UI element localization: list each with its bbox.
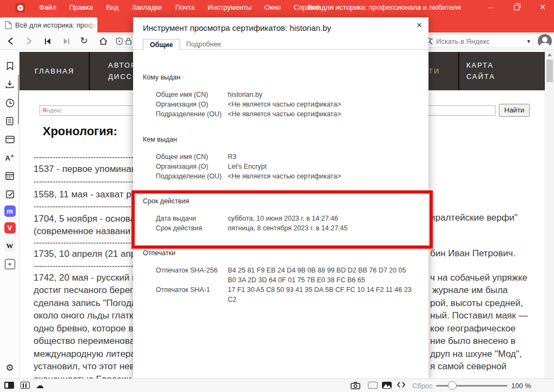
fragment-line: иралтейские верфи" (430, 212, 543, 223)
minimize-button[interactable]: – (482, 0, 500, 15)
home-button[interactable] (97, 36, 109, 46)
paragraph-line: около оного льды глатк (34, 310, 133, 321)
tab-details[interactable]: Подробнее (180, 39, 228, 50)
status-bar: ☁ Сброс 100 % (0, 378, 554, 392)
cert-label: Отпечаток SHA-1 (156, 285, 228, 304)
nav-link-sitemap[interactable]: КАРТАСАЙТА (466, 59, 495, 82)
shield-icon[interactable] (116, 37, 123, 45)
scroll-up-arrow[interactable] (548, 53, 552, 56)
panel-toggle-icon[interactable] (4, 382, 14, 389)
nav-link-news[interactable]: ТИ (428, 65, 440, 77)
translate-panel-icon[interactable]: A✕ (4, 152, 16, 164)
menu-view[interactable]: Вид (100, 0, 126, 15)
menu-file[interactable]: Файл (32, 0, 63, 15)
timeline-entry: (современное названи (34, 226, 133, 237)
cert-value: R3 (228, 152, 413, 162)
tab-active[interactable]: Всё для историка: профес (0, 17, 97, 32)
mastodon-panel-icon[interactable]: m (4, 205, 16, 217)
bookmarks-panel-icon[interactable] (4, 60, 16, 72)
tab-general[interactable]: Общие (143, 39, 180, 50)
cert-label: Подразделение (OU) (156, 171, 228, 181)
search-placeholder: Искать в Яндекс (436, 37, 524, 45)
menu-tools[interactable]: Инструменты (201, 0, 258, 15)
tiling-icon[interactable] (21, 382, 30, 389)
windows-panel-icon[interactable] (4, 134, 16, 145)
browser-window: V Файл Правка Вид Закладки Почта Инструм… (0, 0, 554, 392)
search-input[interactable]: Искать в Яндекс ▾ (421, 35, 534, 48)
vivaldi-webpanel-icon[interactable]: V (4, 222, 16, 234)
cert-label: Организация (O) (156, 99, 228, 109)
paragraph-line: установил, что этот нев (34, 361, 133, 372)
cert-label: Общее имя (CN) (156, 152, 228, 162)
section-fingerprints: Отпечатки (143, 249, 175, 257)
sync-cloud-icon[interactable]: ☁ (36, 381, 44, 390)
fragment-line: кое географическое (430, 323, 543, 334)
paragraph-line: международную литера (34, 349, 133, 360)
cert-value: <Не является частью сертификата> (228, 99, 413, 109)
zoom-reset-button[interactable]: Сброс (412, 382, 433, 390)
menu-edit[interactable]: Правка (63, 0, 100, 15)
section-issued-by: Кем выдан (143, 136, 177, 143)
panel-sidebar: A✕ m V W + ⚙ (0, 50, 19, 378)
page-actions-icon[interactable] (368, 382, 378, 389)
vivaldi-logo-icon[interactable]: V (16, 3, 25, 12)
window-title: Всё для историка: профессионала и любите… (281, 0, 487, 15)
menu-mail[interactable]: Почта (169, 0, 201, 15)
page-title: Хронология: (43, 124, 117, 138)
fragment-line: рой, высоты средней, (430, 298, 543, 309)
add-webpanel-icon[interactable]: + (4, 258, 16, 270)
zoom-slider[interactable] (436, 385, 507, 387)
paragraph-line: общество переименова (34, 336, 133, 347)
fragment-line: ч на собачьей упряжке (430, 273, 543, 283)
downloads-panel-icon[interactable] (4, 78, 16, 90)
back-button[interactable] (4, 36, 16, 46)
find-button[interactable]: Найти (499, 104, 530, 117)
paragraph-line: достиг песчаного берег (34, 285, 133, 296)
restore-icon (514, 5, 519, 10)
cert-value: 17 F1 30 A5 C8 50 93 41 35 DA 5B CF FC 1… (228, 285, 413, 304)
cert-value: Let's Encrypt (228, 162, 413, 171)
paragraph-line: сделана запись "Погода (34, 298, 133, 309)
profile-avatar[interactable] (538, 34, 552, 48)
images-toggle-icon[interactable] (382, 382, 392, 389)
tasks-panel-icon[interactable] (4, 188, 16, 200)
calendar-panel-icon[interactable] (4, 170, 16, 182)
history-panel-icon[interactable] (4, 97, 16, 109)
timeline-entry: 1558, 11 мая - захват ру (34, 189, 133, 200)
scrollbar-thumb[interactable] (546, 59, 553, 82)
notes-panel-icon[interactable] (4, 115, 16, 127)
search-engine-dropdown[interactable]: ▾ (527, 38, 530, 45)
fragment-line: ние было внесено в (430, 336, 543, 347)
fast-forward-button[interactable] (60, 36, 72, 46)
paragraph-line: оконечностью Евразии (34, 374, 133, 378)
menu-bookmarks[interactable]: Закладки (125, 0, 168, 15)
capture-camera-icon[interactable] (351, 382, 360, 389)
cert-value: B4 25 81 F9 EB 24 D4 9B 0B 88 99 BD D2 B… (228, 265, 413, 285)
paragraph-line: одно бревно, которое в (34, 323, 133, 334)
fragment-line: бин Иван Петрович. (430, 248, 543, 259)
paragraph-line: 1742, 20 мая - русский п (34, 273, 133, 283)
cert-value: <Не является частью сертификата> (228, 171, 413, 181)
rewind-button[interactable] (42, 36, 54, 46)
reload-button[interactable]: ↻ (78, 35, 90, 46)
close-window-button[interactable]: ✕ (533, 0, 552, 15)
dialog-title: Инструмент просмотра сертификатов: histo… (143, 23, 331, 32)
timeline-entry: 1735, 10 апреля (21 апр (34, 249, 133, 260)
dialog-close-icon[interactable]: × (417, 20, 422, 31)
page-source-icon[interactable] (397, 382, 405, 388)
nav-link-home[interactable]: ГЛАВНАЯ (35, 65, 75, 77)
cert-label: Организация (O) (156, 162, 228, 171)
settings-gear-icon[interactable]: ⚙ (4, 362, 16, 374)
section-issued-to: Кому выдан (143, 74, 180, 81)
page-scrollbar[interactable] (545, 50, 554, 378)
zoom-level: 100 % (511, 382, 531, 390)
forward-button[interactable] (23, 36, 35, 46)
fragment-line: журнале им была (432, 285, 543, 296)
zoom-slider-knob[interactable] (448, 381, 457, 390)
wikipedia-webpanel-icon[interactable]: W (4, 240, 16, 252)
highlight-rectangle (131, 190, 433, 249)
lock-icon (126, 37, 131, 45)
fragment-line: я самой северной (430, 361, 543, 372)
cert-value: <Не является частью сертификата> (228, 109, 413, 119)
restore-button[interactable] (507, 0, 526, 15)
